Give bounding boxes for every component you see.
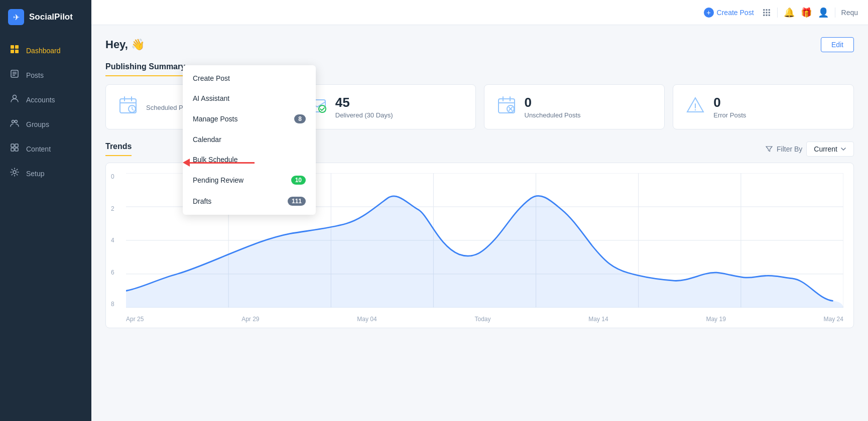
filter-icon <box>766 146 773 153</box>
svg-rect-3 <box>15 50 19 53</box>
arrow-head <box>183 159 190 167</box>
trends-title: Trends <box>105 142 132 156</box>
stat-card-error: 0 Error Posts <box>673 84 854 129</box>
dropdown-item-label-create-post: Create Post <box>193 74 230 82</box>
dropdown-item-label-calendar: Calendar <box>193 135 221 144</box>
dropdown-item-label-pending-review: Pending Review <box>193 176 243 184</box>
svg-rect-17 <box>766 9 767 11</box>
chart-y-labels: 8 6 4 2 0 <box>111 173 114 308</box>
dropdown-badge-drafts: 111 <box>288 197 306 206</box>
svg-rect-18 <box>768 9 770 11</box>
main-content: + Create Post 🔔 🎁 👤 Requ <box>91 0 868 421</box>
chart-x-labels: Apr 25 Apr 29 May 04 Today May 14 May 19… <box>126 316 843 323</box>
error-label: Error Posts <box>713 111 746 119</box>
content-icon <box>9 143 20 155</box>
dropdown-item-manage-posts[interactable]: Manage Posts 8 <box>183 108 316 129</box>
chevron-down-icon <box>840 146 846 152</box>
topbar-divider-1 <box>777 8 778 18</box>
svg-rect-2 <box>11 50 14 53</box>
dropdown-item-pending-review[interactable]: Pending Review 10 <box>183 170 316 191</box>
unscheduled-label: Unscheduled Posts <box>525 111 581 119</box>
dropdown-item-calendar[interactable]: Calendar <box>183 129 316 150</box>
user-icon[interactable]: 👤 <box>818 7 829 18</box>
topbar-divider-2 <box>835 8 835 18</box>
sidebar-logo[interactable]: ✈ SocialPilot <box>0 0 91 34</box>
error-number: 0 <box>713 95 746 110</box>
sidebar-item-label-content: Content <box>26 145 51 153</box>
stat-info-unscheduled: 0 Unscheduled Posts <box>525 95 581 119</box>
svg-rect-12 <box>15 144 18 147</box>
dropdown-item-drafts[interactable]: Drafts 111 <box>183 191 316 212</box>
svg-point-31 <box>319 105 326 112</box>
sidebar-nav: Dashboard Posts Accounts <box>0 34 91 190</box>
filter-by-label: Filter By <box>766 145 802 153</box>
dropdown-item-label-manage-posts: Manage Posts <box>193 115 238 123</box>
svg-rect-1 <box>15 45 19 49</box>
sidebar-item-posts[interactable]: Posts <box>0 63 91 87</box>
logo-icon: ✈ <box>8 9 24 25</box>
sidebar-item-label-accounts: Accounts <box>26 96 55 104</box>
dashboard-icon <box>9 44 20 57</box>
svg-rect-22 <box>763 14 765 16</box>
svg-rect-20 <box>766 12 767 13</box>
svg-rect-19 <box>763 12 765 13</box>
create-post-button[interactable]: + Create Post <box>704 8 754 18</box>
svg-rect-24 <box>768 14 770 16</box>
delivered-label: Delivered (30 Days) <box>335 111 393 119</box>
bulk-schedule-arrow <box>183 159 255 167</box>
sidebar-item-label-dashboard: Dashboard <box>26 47 61 55</box>
sidebar-item-label-groups: Groups <box>26 120 49 128</box>
svg-rect-0 <box>11 45 14 49</box>
sidebar-item-dashboard[interactable]: Dashboard <box>0 38 91 63</box>
error-icon <box>685 95 705 119</box>
arrow-line <box>189 162 255 164</box>
grid-icon[interactable] <box>762 8 771 17</box>
filter-by-group: Filter By Current <box>766 142 854 157</box>
filter-current-value: Current <box>814 145 837 153</box>
sidebar-item-setup[interactable]: Setup <box>0 161 91 186</box>
svg-rect-14 <box>15 148 18 151</box>
svg-rect-13 <box>11 148 14 151</box>
bell-icon[interactable]: 🔔 <box>784 7 795 18</box>
svg-rect-23 <box>766 14 767 16</box>
hey-row: Hey, 👋 Edit <box>105 37 854 52</box>
topbar-icons: 🔔 🎁 👤 Requ <box>762 7 858 18</box>
dropdown-badge-manage-posts: 8 <box>294 114 306 123</box>
sidebar-item-accounts[interactable]: Accounts <box>0 87 91 112</box>
unscheduled-number: 0 <box>525 95 581 110</box>
svg-point-8 <box>13 95 17 99</box>
stat-card-unscheduled: 0 Unscheduled Posts <box>484 84 665 129</box>
filter-select-button[interactable]: Current <box>806 142 854 157</box>
stat-info-delivered: 45 Delivered (30 Days) <box>335 95 393 119</box>
dropdown-badge-pending-review: 10 <box>291 176 306 185</box>
plus-icon: + <box>704 8 714 18</box>
svg-point-9 <box>12 120 15 123</box>
logo-text: SocialPilot <box>29 12 73 22</box>
dropdown-item-label-drafts: Drafts <box>193 197 211 205</box>
dropdown-item-label-ai-assistant: AI Assistant <box>193 94 229 102</box>
posts-icon <box>9 69 20 81</box>
posts-dropdown-menu: Create Post AI Assistant Manage Posts 8 … <box>183 65 316 215</box>
delivered-number: 45 <box>335 95 393 110</box>
unscheduled-icon <box>497 95 517 119</box>
svg-rect-16 <box>763 9 765 11</box>
svg-point-15 <box>13 171 16 174</box>
sidebar: ✈ SocialPilot Dashboard <box>0 0 91 421</box>
gift-icon[interactable]: 🎁 <box>801 7 812 18</box>
stat-card-delivered: 45 Delivered (30 Days) <box>295 84 476 129</box>
dropdown-item-ai-assistant[interactable]: AI Assistant <box>183 88 316 108</box>
publishing-summary-title: Publishing Summary <box>105 62 185 76</box>
sidebar-item-content[interactable]: Content <box>0 136 91 161</box>
dropdown-item-create-post[interactable]: Create Post <box>183 68 316 88</box>
scheduled-posts-icon <box>118 95 138 119</box>
sidebar-item-groups[interactable]: Groups <box>0 112 91 136</box>
stat-info-error: 0 Error Posts <box>713 95 746 119</box>
create-post-label: Create Post <box>717 9 754 17</box>
svg-point-40 <box>695 109 696 110</box>
sidebar-item-label-setup: Setup <box>26 170 45 178</box>
edit-button[interactable]: Edit <box>821 37 854 52</box>
topbar: + Create Post 🔔 🎁 👤 Requ <box>91 0 868 25</box>
greeting-text: Hey, 👋 <box>105 38 145 51</box>
accounts-icon <box>9 93 20 106</box>
svg-rect-21 <box>768 12 770 13</box>
